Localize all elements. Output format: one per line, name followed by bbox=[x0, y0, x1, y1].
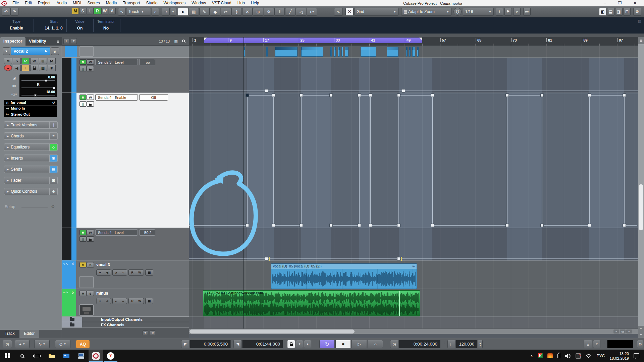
volume-icon[interactable] bbox=[565, 353, 571, 359]
primary-time-display[interactable]: 0:00:24.000 bbox=[399, 340, 440, 348]
network-icon[interactable] bbox=[586, 354, 592, 358]
metronome-edit-button[interactable]: e bbox=[593, 340, 600, 348]
lane-display-icon[interactable]: ▥ bbox=[39, 65, 47, 71]
read-automation-button[interactable]: R bbox=[21, 58, 30, 64]
taskbar-clock[interactable]: 13:20 18.02.2019 bbox=[609, 351, 629, 361]
autoscroll-button[interactable]: ⇥ bbox=[162, 8, 170, 16]
zone-setup-button[interactable]: ⊞ bbox=[623, 8, 631, 16]
grid-type-dropdown[interactable]: ▦ Adapt to Zoom ▼ bbox=[401, 8, 451, 16]
automation-value[interactable]: -oo bbox=[139, 59, 155, 65]
volume-slider[interactable] bbox=[45, 79, 47, 82]
time-format-icon[interactable]: ◷ bbox=[3, 340, 12, 348]
section-track-versions[interactable]: ▶Track Versions∥ bbox=[4, 121, 58, 129]
audition-tool-icon[interactable]: ◁ bbox=[296, 8, 306, 16]
file-explorer-icon[interactable] bbox=[44, 350, 59, 362]
volume-row[interactable]: 0.00 bbox=[19, 74, 57, 82]
lanes-icon[interactable]: ⊞ bbox=[39, 58, 47, 64]
object-selection-tool-icon[interactable]: ➤ bbox=[178, 8, 188, 16]
state-button-a[interactable]: A bbox=[109, 8, 116, 14]
mute-button[interactable]: M bbox=[79, 291, 87, 296]
glue-tool-icon[interactable]: ≬ bbox=[231, 8, 242, 16]
punch-out-icon[interactable]: ▼ bbox=[304, 340, 311, 348]
musical-timebase-icon[interactable]: ♪ bbox=[21, 65, 30, 71]
left-zone-toggle[interactable]: ◧ bbox=[599, 8, 606, 16]
right-locator-time[interactable]: 0:01:44.000 bbox=[242, 340, 283, 348]
metronome-icon[interactable]: ▵ bbox=[584, 340, 592, 348]
record-monitor-group[interactable]: ●◀ bbox=[96, 269, 111, 276]
record-monitor-group[interactable]: ●◀ bbox=[96, 298, 111, 304]
vertical-zoom-buttons[interactable]: −+ bbox=[638, 326, 644, 338]
tempo-track-icon[interactable]: ♩ bbox=[447, 340, 455, 348]
track-name-field[interactable]: vocal 2 ▶ bbox=[11, 47, 50, 55]
language-indicator[interactable]: РУС bbox=[596, 354, 605, 358]
track-type-filter-caret[interactable]: ▼ bbox=[71, 38, 77, 44]
menu-file[interactable]: File bbox=[9, 0, 22, 6]
redo-button[interactable]: ↷ bbox=[10, 8, 18, 16]
info-field-type[interactable]: TypeEnable bbox=[0, 19, 35, 31]
state-button-w[interactable]: W bbox=[101, 8, 108, 14]
autoscroll-options-caret[interactable]: ▼ bbox=[170, 8, 176, 16]
workspace-icon[interactable]: ≔ bbox=[523, 8, 531, 16]
read-automation-button[interactable]: R bbox=[79, 230, 87, 235]
zoom-in-button[interactable]: + bbox=[626, 329, 632, 334]
solo-button[interactable]: S bbox=[13, 58, 21, 64]
preset-row[interactable]: ◇for vocal↺ bbox=[4, 100, 57, 106]
draw-tool-icon[interactable]: ✎ bbox=[199, 8, 210, 16]
write-automation-button[interactable]: W bbox=[87, 95, 94, 100]
search-icon[interactable] bbox=[182, 39, 185, 43]
tab-editor[interactable]: Editor bbox=[19, 330, 39, 338]
primary-time-format-icon[interactable]: ◷ bbox=[390, 340, 398, 348]
lock-icon[interactable] bbox=[87, 101, 94, 107]
split-tool-icon[interactable]: ✂ bbox=[221, 8, 231, 16]
tempo-value[interactable]: 120.000 bbox=[456, 340, 477, 348]
state-button-s[interactable]: S bbox=[79, 8, 86, 14]
monitor-button[interactable]: ◀ bbox=[13, 65, 21, 71]
task-view-icon[interactable] bbox=[30, 350, 44, 362]
hand-tool-icon[interactable]: ✥ bbox=[264, 8, 274, 16]
quantize-edit-button[interactable]: e bbox=[513, 8, 521, 16]
read-automation-button[interactable]: R bbox=[79, 59, 87, 65]
track-row-vocal3[interactable]: ∿∿ 4 M S vocal 3 ●◀ e○ RW ▦ bbox=[62, 260, 189, 289]
automation-parameter[interactable]: Sends:4 - Level bbox=[95, 229, 138, 236]
snap-on-off-icon[interactable]: ⨉ bbox=[345, 8, 354, 16]
control-panel-icon[interactable] bbox=[59, 350, 74, 362]
automation-value[interactable]: -50.2 bbox=[139, 229, 155, 236]
menu-edit[interactable]: Edit bbox=[22, 0, 35, 6]
audio-quantize-button[interactable]: AQ bbox=[76, 340, 90, 348]
lock-punch-icon[interactable] bbox=[287, 340, 295, 348]
taskbar-yandex-icon[interactable]: Y bbox=[103, 350, 118, 362]
hamburger-icon[interactable]: ≡ bbox=[54, 39, 62, 46]
tab-visibility[interactable]: Visibility bbox=[25, 37, 49, 46]
section-sends[interactable]: ▶Sends▤ bbox=[4, 166, 58, 173]
automation-group[interactable]: RW bbox=[128, 269, 144, 276]
horizontal-scroll-thumb[interactable] bbox=[190, 329, 355, 334]
tray-expand-icon[interactable]: ∧ bbox=[530, 354, 533, 358]
grid-icon[interactable]: ▦ bbox=[174, 39, 178, 43]
state-button-m[interactable]: M bbox=[72, 8, 79, 14]
quantize-icon[interactable]: Q bbox=[453, 8, 462, 16]
write-automation-button[interactable]: W bbox=[87, 59, 94, 65]
right-locator-icon[interactable]: ◥ bbox=[233, 340, 242, 348]
solo-button[interactable]: S bbox=[87, 291, 94, 296]
delay-row[interactable]: 18.00 bbox=[19, 89, 57, 97]
freeze-icon[interactable]: ⋈ bbox=[48, 58, 56, 64]
tab-inspector[interactable]: Inspector bbox=[0, 37, 25, 46]
track-row-minus[interactable]: ∿∿ 5 M S minus ●◀ e∞ RW ▦ bbox=[62, 289, 189, 317]
automation-group[interactable]: RW bbox=[128, 298, 144, 304]
lane-mute-button[interactable]: ||| bbox=[79, 66, 87, 71]
section-inserts[interactable]: ▶Inserts▣ bbox=[4, 155, 58, 162]
usb-icon[interactable] bbox=[557, 354, 560, 358]
toolbar-setup-gear-icon[interactable]: ⚙ bbox=[633, 8, 641, 16]
undo-button[interactable]: ↶ bbox=[2, 8, 10, 16]
play-button[interactable]: ▷ bbox=[352, 340, 367, 348]
tempo-spinner[interactable]: ▲▼ bbox=[478, 340, 483, 348]
quantize-panel-icon[interactable]: ⚑ bbox=[504, 8, 512, 16]
solo-button[interactable]: S bbox=[87, 262, 94, 267]
menu-workspaces[interactable]: Workspaces bbox=[160, 0, 189, 6]
menu-project[interactable]: Project bbox=[35, 0, 53, 6]
menu-hub[interactable]: Hub bbox=[234, 0, 248, 6]
event-display[interactable]: 191725334149576573818997 vocal (D)_05 (v… bbox=[189, 37, 638, 338]
pan-slider[interactable] bbox=[53, 87, 55, 89]
stop-button[interactable]: ■ bbox=[335, 340, 351, 348]
menu-scores[interactable]: Scores bbox=[84, 0, 103, 6]
